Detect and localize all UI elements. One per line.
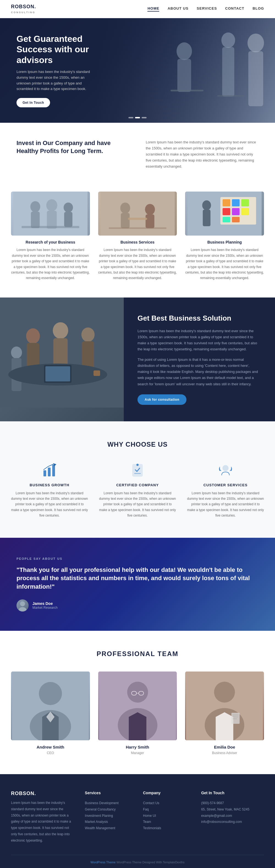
team-card-2: Emilia Doe Business Adviser bbox=[185, 672, 264, 755]
nav-contact[interactable]: CONTACT bbox=[225, 6, 244, 11]
customer-services-icon bbox=[217, 462, 234, 478]
team-role-1: Manager bbox=[131, 751, 144, 755]
why-card-0: BUSINESS GROWTH Lorem Ipsum has been the… bbox=[11, 462, 88, 519]
footer-services-heading: Services bbox=[85, 790, 132, 795]
svg-point-38 bbox=[53, 322, 68, 339]
svg-point-57 bbox=[19, 607, 26, 612]
footer-wp-link[interactable]: WordPress Theme bbox=[91, 861, 115, 864]
solution-image bbox=[0, 298, 124, 421]
why-body-2: Lorem Ipsum has been the industry's stan… bbox=[187, 490, 264, 519]
team-name-0: Andrew Smith bbox=[11, 745, 90, 749]
svg-rect-53 bbox=[134, 473, 141, 474]
invest-heading: Invest in Our Company and have Healthy P… bbox=[16, 139, 129, 155]
footer-link-team[interactable]: Team bbox=[143, 819, 190, 825]
service-body-0: Lorem Ipsum has been the industry's stan… bbox=[11, 247, 90, 281]
footer-contact-heading: Get In Touch bbox=[201, 790, 264, 795]
svg-point-13 bbox=[64, 203, 73, 213]
team-grid: Andrew Smith CEO Harry Smith Manager bbox=[11, 672, 264, 755]
team-role-2: Business Adviser bbox=[212, 751, 237, 755]
svg-point-2 bbox=[221, 32, 235, 48]
solution-content: Get Best Business Solution Lorem Ipsum h… bbox=[124, 298, 275, 421]
footer-phone: (900)-574-9687 bbox=[201, 800, 264, 806]
ask-consultation-button[interactable]: Ask for consultation bbox=[137, 394, 186, 405]
svg-rect-27 bbox=[223, 199, 231, 207]
nav-home[interactable]: HOME bbox=[147, 6, 159, 11]
svg-point-19 bbox=[145, 204, 155, 215]
hero-cta-button[interactable]: Get In Touch bbox=[16, 98, 50, 107]
why-card-2: CUSTOMER SERVICES Lorem Ipsum has been t… bbox=[187, 462, 264, 519]
svg-point-68 bbox=[214, 682, 235, 703]
author-title: Market Research bbox=[32, 606, 58, 610]
invest-section: Invest in Our Company and have Healthy P… bbox=[0, 123, 275, 186]
footer-services-col: Services Business Development General Co… bbox=[85, 790, 132, 844]
svg-rect-50 bbox=[52, 465, 55, 476]
svg-point-54 bbox=[136, 464, 139, 466]
footer-link-home[interactable]: Home UI bbox=[143, 813, 190, 819]
footer-link-biz-dev[interactable]: Business Development bbox=[85, 800, 132, 806]
footer-link-gen-consult[interactable]: General Consultancy bbox=[85, 806, 132, 813]
svg-point-55 bbox=[223, 465, 228, 471]
nav-about[interactable]: ABOUT US bbox=[168, 6, 188, 11]
footer-contact-col: Get In Touch (900)-574-9687 65, Street, … bbox=[201, 790, 264, 844]
service-title-2: Business Planning bbox=[185, 240, 264, 244]
footer-link-contact[interactable]: Contact Us bbox=[143, 800, 190, 806]
footer-email2: info@robsonconsulting.com bbox=[201, 819, 264, 825]
team-img-0 bbox=[11, 672, 90, 740]
footer-email1: example@gmail.com bbox=[201, 813, 264, 819]
dot-2[interactable] bbox=[135, 117, 140, 118]
svg-rect-49 bbox=[48, 468, 50, 476]
solution-para2: The point of using Lorem Ipsum is that i… bbox=[137, 356, 261, 387]
solution-heading: Get Best Business Solution bbox=[137, 314, 261, 322]
logo: ROBSON. CONSULTING bbox=[11, 4, 36, 14]
footer-link-invest[interactable]: Investment Planing bbox=[85, 813, 132, 819]
nav-links: HOME ABOUT US SERVICES CONTACT BLOG bbox=[147, 6, 264, 11]
service-title-1: Business Services bbox=[98, 240, 177, 244]
service-card-1: Business Services Lorem Ipsum has been t… bbox=[98, 191, 177, 281]
hero-content: Get Guaranteed Success with our advisors… bbox=[0, 34, 115, 107]
author-avatar bbox=[16, 599, 29, 612]
footer-company-heading: Company bbox=[143, 790, 190, 795]
testimonial-quote: "Thank you for all your professional hel… bbox=[16, 566, 259, 591]
team-name-2: Emilia Doe bbox=[185, 745, 264, 749]
svg-rect-10 bbox=[31, 212, 40, 228]
svg-point-42 bbox=[11, 346, 22, 359]
services-grid: Research of your Business Lorem Ipsum ha… bbox=[11, 191, 264, 281]
footer-link-wealth[interactable]: Wealth Management bbox=[85, 825, 132, 831]
team-img-1 bbox=[98, 672, 177, 740]
why-heading: WHY CHOOSE US bbox=[11, 441, 264, 448]
svg-point-62 bbox=[127, 682, 148, 703]
svg-point-59 bbox=[39, 682, 62, 705]
team-heading: PROFESSIONAL TEAM bbox=[11, 650, 264, 658]
footer-link-faq[interactable]: Faq bbox=[143, 806, 190, 813]
dot-3[interactable] bbox=[142, 117, 146, 118]
svg-rect-20 bbox=[145, 214, 154, 228]
nav-blog[interactable]: BLOG bbox=[252, 6, 264, 11]
solution-para1: Lorem Ipsum has been the industry's stan… bbox=[137, 328, 261, 352]
why-title-1: CERTIFIED COMPANY bbox=[99, 483, 176, 487]
svg-rect-3 bbox=[222, 47, 234, 97]
nav-services[interactable]: SERVICES bbox=[197, 6, 217, 11]
svg-rect-30 bbox=[223, 208, 231, 215]
svg-point-4 bbox=[247, 34, 264, 52]
svg-rect-14 bbox=[64, 212, 72, 227]
service-card-0: Research of your Business Lorem Ipsum ha… bbox=[11, 191, 90, 281]
why-grid: BUSINESS GROWTH Lorem Ipsum has been the… bbox=[11, 462, 264, 519]
dot-1[interactable] bbox=[129, 117, 133, 118]
svg-rect-7 bbox=[217, 95, 245, 97]
testimonial-author: James Doe Market Research bbox=[16, 599, 259, 612]
svg-rect-22 bbox=[109, 227, 166, 229]
service-card-2: Business Planning Lorem Ipsum has been t… bbox=[185, 191, 264, 281]
team-role-0: CEO bbox=[47, 751, 54, 755]
navigation: ROBSON. CONSULTING HOME ABOUT US SERVICE… bbox=[0, 0, 275, 18]
svg-rect-47 bbox=[94, 370, 100, 376]
service-img-0 bbox=[11, 191, 90, 236]
service-body-1: Lorem Ipsum has been the industry's stan… bbox=[98, 247, 177, 281]
svg-rect-25 bbox=[203, 210, 211, 226]
footer-link-market[interactable]: Market Analysis bbox=[85, 819, 132, 825]
invest-body: Lorem Ipsum has been the industry's stan… bbox=[146, 139, 259, 169]
team-section: PROFESSIONAL TEAM Andrew Smith CEO bbox=[0, 631, 275, 774]
why-card-1: CERTIFIED COMPANY Lorem Ipsum has been t… bbox=[99, 462, 176, 519]
why-body-0: Lorem Ipsum has been the industry's stan… bbox=[11, 490, 88, 519]
footer-link-testimonials[interactable]: Testimonials bbox=[143, 825, 190, 831]
footer-grid: ROBSON. Lorem Ipsum has been the industr… bbox=[11, 790, 264, 844]
